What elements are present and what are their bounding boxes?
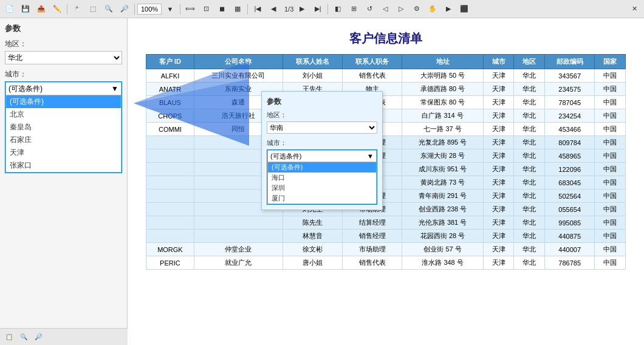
content-area[interactable]: 客户信息清单 客户 ID 公司名称 联系人姓名 联系人职务 地址 城市 地区 邮…: [128, 18, 644, 345]
city-dropdown-arrow: ▼: [111, 84, 118, 93]
fit-width-button[interactable]: ⟺: [183, 2, 197, 16]
last-page-button[interactable]: ▶|: [310, 2, 325, 16]
view-btn1[interactable]: ◧: [331, 2, 345, 16]
page-btn2[interactable]: ▦: [230, 2, 245, 16]
left-panel: 参数 地区： 华北 华南 华东 城市： (可选条件) ▼ (可选条件) 北京 秦…: [0, 18, 128, 345]
zoom-in-bottom-button[interactable]: 🔍: [17, 331, 30, 343]
zoom-in-button[interactable]: 🔍: [101, 2, 116, 16]
design-button[interactable]: ✏️: [50, 2, 64, 16]
fwd-button[interactable]: ▷: [394, 2, 408, 16]
zoom-input[interactable]: 100%: [137, 4, 162, 15]
bottom-toolbar: 📋 🔍 🔎: [0, 328, 128, 345]
table-cell: [146, 230, 194, 243]
table-cell: 淮水路 348 号: [402, 256, 484, 270]
table-cell: ALFKI: [146, 69, 194, 83]
table-cell: 天津: [483, 243, 514, 256]
save-button[interactable]: 💾: [18, 2, 33, 16]
popup-city-header[interactable]: (可选条件) ▼: [267, 150, 377, 162]
report-title: 客户信息清单: [146, 30, 626, 47]
table-cell: 天津: [483, 256, 514, 270]
table-cell: 华北: [514, 216, 545, 230]
table-cell: 光复北路 895 号: [402, 136, 484, 149]
city-option-qinhuangdao[interactable]: 秦皇岛: [6, 121, 121, 134]
popup-city-haikou[interactable]: 海口: [268, 172, 376, 183]
table-cell: 七一路 37 号: [402, 123, 484, 136]
new-button[interactable]: 📄: [2, 2, 17, 16]
table-cell: 创业西路 238 号: [402, 203, 484, 216]
table-cell: 成川东街 951 号: [402, 163, 484, 176]
page-setup-button[interactable]: 📋: [2, 331, 16, 343]
table-cell: [146, 176, 194, 190]
pointer-button[interactable]: 🖱️: [70, 2, 84, 16]
prev-page-button[interactable]: ◀: [266, 2, 281, 16]
sep1: [67, 4, 67, 15]
city-dropdown-header[interactable]: (可选条件) ▼: [5, 82, 122, 95]
table-cell: 343567: [545, 69, 595, 83]
back-button[interactable]: ◁: [378, 2, 392, 16]
table-cell: 仲堂企业: [194, 243, 283, 256]
table-cell: COMMI: [146, 123, 194, 136]
table-row: 林小姐销售代理光复北路 895 号天津华北809784中国: [146, 136, 626, 149]
export-button[interactable]: 📤: [34, 2, 49, 16]
hand-button[interactable]: ✋: [425, 2, 440, 16]
table-cell: 中国: [595, 136, 626, 149]
popup-city-optional[interactable]: (可选条件): [268, 162, 376, 172]
table-cell: 天津: [483, 216, 514, 230]
first-page-button[interactable]: |◀: [250, 2, 265, 16]
page-btn1[interactable]: ◼: [214, 2, 229, 16]
col-header-contact: 联系人姓名: [283, 55, 342, 69]
zoom-out-bottom-button[interactable]: 🔎: [32, 331, 45, 343]
city-option-optional[interactable]: (可选条件): [6, 95, 121, 108]
table-cell: 122096: [545, 163, 595, 176]
table-row: 林慧音销售经理花园西街 28 号天津华北440875中国: [146, 230, 626, 243]
table-cell: [146, 136, 194, 149]
col-header-region: 地区: [514, 55, 545, 69]
table-cell: 中国: [595, 123, 626, 136]
table-cell: 结算经理: [343, 216, 402, 230]
region-select[interactable]: 华北 华南 华东: [5, 51, 122, 64]
region-label: 地区：: [5, 39, 122, 49]
select-button[interactable]: ⬚: [86, 2, 100, 16]
table-cell: 天津: [483, 176, 514, 190]
popup-region-select[interactable]: 华南 华北 华东: [267, 121, 377, 134]
page-info: 1/3: [284, 5, 293, 13]
city-option-tianjin[interactable]: 天津: [6, 146, 121, 159]
popup-city-xiamen[interactable]: 厦门: [268, 193, 376, 203]
table-body: ALFKI三川实业有限公司刘小姐销售代表大崇明路 50 号天津华北343567中…: [146, 69, 626, 270]
table-row: MORGK仲堂企业徐文彬市场助理创业街 57 号天津华北440007中国: [146, 243, 626, 256]
table-cell: 华北: [514, 230, 545, 243]
table-cell: 天津: [483, 190, 514, 203]
zoom-dropdown-button[interactable]: ▼: [163, 2, 177, 16]
stop-button[interactable]: ⬛: [457, 2, 471, 16]
city-option-zhangjiakou[interactable]: 张家口: [6, 159, 121, 172]
table-cell: 华北: [514, 83, 545, 96]
table-cell: 创业街 57 号: [402, 243, 484, 256]
close-button[interactable]: ✕: [627, 2, 642, 16]
next-page-button[interactable]: ▶: [295, 2, 309, 16]
table-cell: 华北: [514, 163, 545, 176]
table-cell: 天津: [483, 123, 514, 136]
city-option-shijiazhuang[interactable]: 石家庄: [6, 134, 121, 146]
table-cell: 华北: [514, 123, 545, 136]
view-btn2[interactable]: ⊞: [346, 2, 361, 16]
table-cell: 华北: [514, 96, 545, 109]
table-cell: 787045: [545, 96, 595, 109]
table-cell: 中国: [595, 96, 626, 109]
city-selected-value: (可选条件): [9, 84, 43, 94]
table-cell: 天津: [483, 230, 514, 243]
table-cell: 华北: [514, 149, 545, 163]
table-cell: 华北: [514, 176, 545, 190]
table-cell: 常保图东 80 号: [402, 96, 484, 109]
settings-button[interactable]: ⚙: [409, 2, 424, 16]
refresh-button[interactable]: ↺: [362, 2, 377, 16]
zoom-out-button[interactable]: 🔎: [117, 2, 132, 16]
table-row: 刘先生市场助理创业西路 238 号天津华北055654中国: [146, 203, 626, 216]
city-option-beijing[interactable]: 北京: [6, 108, 121, 121]
table-cell: 华北: [514, 256, 545, 270]
play-button[interactable]: ▶: [441, 2, 456, 16]
fit-page-button[interactable]: ⊡: [199, 2, 213, 16]
table-cell: 中国: [595, 230, 626, 243]
popup-city-shenzhen[interactable]: 深圳: [268, 183, 376, 193]
table-cell: 华北: [514, 69, 545, 83]
table-cell: 055654: [545, 203, 595, 216]
